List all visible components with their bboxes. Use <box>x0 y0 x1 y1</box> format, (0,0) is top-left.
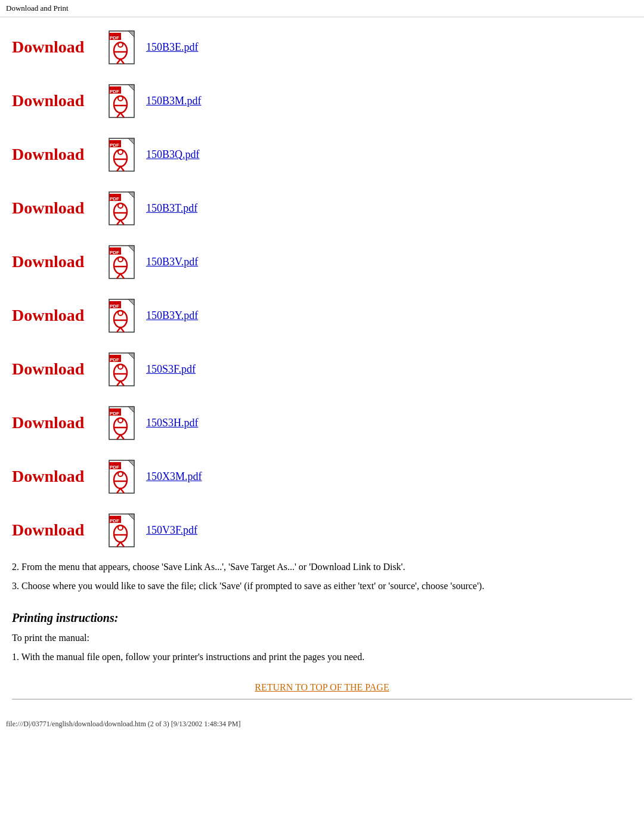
pdf-file-link[interactable]: 150X3M.pdf <box>146 470 202 483</box>
printing-heading: Printing instructions: <box>12 611 632 625</box>
step2-text: 2. From the menu that appears, choose 'S… <box>12 560 632 574</box>
download-label: Download <box>12 91 107 110</box>
pdf-icon: PDF <box>107 296 140 335</box>
svg-text:PDF: PDF <box>110 89 119 94</box>
svg-text:PDF: PDF <box>110 465 119 470</box>
download-label: Download <box>12 145 107 164</box>
download-label: Download <box>12 360 107 379</box>
download-list: Download PDF 150B3E.pdfDownload <box>12 23 632 554</box>
svg-text:PDF: PDF <box>110 357 119 363</box>
step3-text: 3. Choose where you would like to save t… <box>12 579 632 593</box>
download-row: Download PDF 150V3F.pdf <box>12 506 632 554</box>
pdf-icon: PDF <box>107 135 140 174</box>
download-label: Download <box>12 467 107 486</box>
status-bar: file:///D|/03771/english/download/downlo… <box>0 717 644 731</box>
pdf-icon: PDF <box>107 243 140 281</box>
printing-section: Printing instructions: To print the manu… <box>12 611 632 664</box>
print-intro: To print the manual: <box>12 631 632 645</box>
page-header: Download and Print <box>0 0 644 17</box>
download-row: Download PDF 150X3M.pdf <box>12 453 632 500</box>
download-label: Download <box>12 252 107 271</box>
pdf-file-link[interactable]: 150S3F.pdf <box>146 363 196 376</box>
pdf-file-link[interactable]: 150B3V.pdf <box>146 256 198 268</box>
header-title: Download and Print <box>6 4 69 13</box>
download-row: Download PDF 150B3T.pdf <box>12 184 632 232</box>
download-row: Download PDF 150S3H.pdf <box>12 399 632 447</box>
download-label: Download <box>12 199 107 218</box>
svg-text:PDF: PDF <box>110 518 119 524</box>
svg-text:PDF: PDF <box>110 250 119 255</box>
pdf-file-link[interactable]: 150S3H.pdf <box>146 417 199 429</box>
download-row: Download PDF 150B3V.pdf <box>12 238 632 286</box>
bottom-divider <box>12 699 632 699</box>
svg-text:PDF: PDF <box>110 35 119 41</box>
download-row: Download PDF 150B3E.pdf <box>12 23 632 71</box>
return-link-container[interactable]: RETURN TO TOP OF THE PAGE <box>12 682 632 693</box>
svg-text:PDF: PDF <box>110 143 119 148</box>
download-row: Download PDF 150B3M.pdf <box>12 77 632 125</box>
pdf-file-link[interactable]: 150B3Y.pdf <box>146 309 198 322</box>
svg-text:PDF: PDF <box>110 411 119 416</box>
pdf-file-link[interactable]: 150B3M.pdf <box>146 95 202 107</box>
download-label: Download <box>12 38 107 57</box>
pdf-icon: PDF <box>107 350 140 389</box>
pdf-file-link[interactable]: 150B3Q.pdf <box>146 148 200 161</box>
pdf-icon: PDF <box>107 511 140 550</box>
pdf-file-link[interactable]: 150B3T.pdf <box>146 202 197 215</box>
pdf-icon: PDF <box>107 82 140 120</box>
download-row: Download PDF 150B3Y.pdf <box>12 292 632 339</box>
download-label: Download <box>12 521 107 540</box>
main-content: Download PDF 150B3E.pdfDownload <box>0 17 644 717</box>
print-step1: 1. With the manual file open, follow you… <box>12 650 632 664</box>
pdf-file-link[interactable]: 150B3E.pdf <box>146 41 199 54</box>
svg-text:PDF: PDF <box>110 304 119 309</box>
pdf-icon: PDF <box>107 457 140 496</box>
pdf-icon: PDF <box>107 28 140 67</box>
pdf-icon: PDF <box>107 189 140 228</box>
download-row: Download PDF 150S3F.pdf <box>12 345 632 393</box>
return-to-top-link[interactable]: RETURN TO TOP OF THE PAGE <box>255 682 389 692</box>
download-label: Download <box>12 413 107 432</box>
pdf-icon: PDF <box>107 404 140 442</box>
download-label: Download <box>12 306 107 325</box>
download-row: Download PDF 150B3Q.pdf <box>12 131 632 178</box>
svg-text:PDF: PDF <box>110 196 119 202</box>
pdf-file-link[interactable]: 150V3F.pdf <box>146 524 197 537</box>
